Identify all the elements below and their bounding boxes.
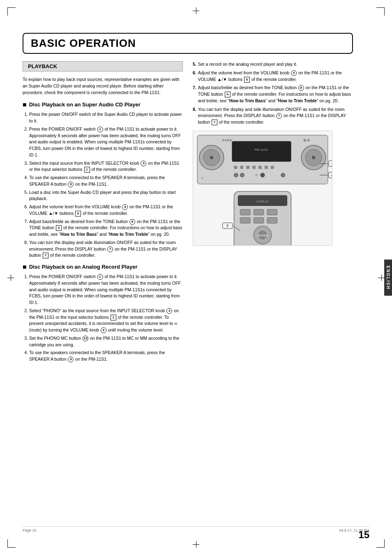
svg-point-19 (255, 174, 258, 176)
sacd-steps: Press the power ON/OFF switch of the Sup… (29, 111, 183, 259)
footer-left: Page 15 (23, 528, 37, 532)
sacd-step-4: To use the speakers connected to the SPE… (29, 175, 183, 188)
sacd-step-5: Load a disc into the Super Audio CD play… (29, 189, 183, 203)
sacd-bullet: ■ (23, 101, 27, 108)
left-column: PLAYBACK To explain how to play back inp… (23, 61, 183, 368)
analog-title: ■ Disc Playback on an Analog Record Play… (23, 264, 183, 270)
svg-point-4 (210, 156, 213, 159)
right-step-6: 6. Adjust the volume level from the VOLU… (193, 70, 353, 83)
right-step-8: 8. You can turn the display and side ill… (193, 106, 353, 126)
analog-step-2: Select "PHONO" as the input source from … (29, 308, 183, 334)
svg-text:7: 7 (226, 223, 229, 228)
svg-point-17 (234, 173, 238, 177)
svg-rect-36 (267, 209, 277, 215)
right-column: 5. Set a record on the analog record pla… (193, 61, 353, 368)
analog-step-1: Press the POWER ON/OFF switch 1 of the P… (29, 274, 183, 306)
step-text-7: Adjust bass/treble as desired from the T… (198, 85, 353, 104)
svg-point-7 (312, 156, 315, 159)
sacd-title-text: Disc Playback on an Super Audio CD Playe… (29, 101, 141, 108)
side-label: ENGLISH (384, 259, 392, 295)
step-num-8: 8. (193, 106, 196, 126)
page-title-box: BASIC OPERATION (23, 33, 353, 54)
step-num-7: 7. (193, 85, 196, 104)
right-step-5: 5. Set a record on the analog record pla… (193, 61, 353, 68)
svg-rect-39 (267, 217, 277, 223)
sacd-step-3: Select the input source from the INPUT S… (29, 160, 183, 173)
crosshair-bottom (193, 541, 199, 548)
svg-rect-15 (265, 166, 268, 169)
svg-rect-16 (271, 166, 274, 169)
sacd-step-8: You can turn the display and side illumi… (29, 240, 183, 259)
svg-rect-12 (246, 166, 249, 169)
svg-rect-38 (254, 217, 264, 223)
corner-mark-bl (7, 539, 16, 548)
svg-rect-34 (240, 209, 250, 215)
two-col-layout: PLAYBACK To explain how to play back inp… (23, 61, 353, 368)
svg-text:4: 4 (331, 173, 332, 177)
right-steps: 5. Set a record on the analog record pla… (193, 61, 353, 126)
step-text-8: You can turn the display and side illumi… (198, 106, 353, 126)
svg-text:③⑦⑧⑨: ③⑦⑧⑨ (222, 139, 232, 142)
intro-text: To explain how to play back input source… (23, 76, 183, 96)
analog-step-3: Set the PHONO MC button 13 on the PM-11S… (29, 335, 183, 348)
svg-point-18 (240, 173, 244, 177)
analog-step-4: To use the speakers connected to the SPE… (29, 350, 183, 363)
sacd-step-1: Press the power ON/OFF switch of the Sup… (29, 111, 183, 124)
corner-mark-tr (376, 7, 385, 16)
step-num-5: 5. (193, 61, 196, 68)
svg-text:PM-11S1: PM-11S1 (254, 147, 268, 151)
step-text-5: Set a record on the analog record player… (198, 61, 297, 68)
svg-rect-14 (258, 166, 262, 169)
step-text-6: Adjust the volume level from the VOLUME … (198, 70, 353, 83)
analog-title-text: Disc Playback on an Analog Record Player (29, 264, 138, 270)
page: ENGLISH BASIC OPERATION PLAYBACK To expl… (0, 0, 392, 555)
svg-text:①: ① (201, 177, 203, 180)
main-content: BASIC OPERATION PLAYBACK To explain how … (23, 33, 369, 368)
svg-rect-35 (254, 209, 264, 215)
svg-point-20 (261, 173, 265, 177)
amplifier-svg: marantz PM-11S1 (193, 131, 332, 246)
svg-text:1: 1 (331, 161, 332, 166)
svg-text:DISPLAY: DISPLAY (257, 200, 269, 203)
crosshair-top (193, 7, 199, 14)
playback-header: PLAYBACK (23, 61, 183, 71)
svg-text:⑬ ④: ⑬ ④ (303, 139, 310, 142)
svg-rect-11 (240, 166, 243, 169)
svg-point-21 (281, 173, 285, 177)
sacd-step-2: Press the POWER ON/OFF switch 1 of the P… (29, 126, 183, 159)
crosshair-right (378, 274, 385, 281)
svg-rect-37 (240, 217, 250, 223)
footer: Page 15 04.8.17, 11:36 PM (23, 526, 369, 532)
svg-text:ENTER: ENTER (257, 234, 268, 237)
svg-rect-13 (252, 166, 256, 169)
sacd-step-7: Adjust bass/treble as desired from the T… (29, 219, 183, 238)
analog-steps: Press the POWER ON/OFF switch 1 of the P… (29, 274, 183, 363)
amplifier-image-area: marantz PM-11S1 (193, 131, 353, 246)
crosshair-left (7, 274, 14, 281)
footer-right: 04.8.17, 11:36 PM (339, 528, 369, 532)
svg-rect-10 (234, 166, 238, 169)
step-num-6: 6. (193, 70, 196, 83)
corner-mark-tl (7, 7, 16, 16)
right-step-7: 7. Adjust bass/treble as desired from th… (193, 85, 353, 104)
page-title: BASIC OPERATION (31, 37, 345, 50)
corner-mark-br (376, 539, 385, 548)
analog-bullet: ■ (23, 264, 27, 270)
sacd-title: ■ Disc Playback on an Super Audio CD Pla… (23, 101, 183, 108)
sacd-step-6: Adjust the volume level from the VOLUME … (29, 204, 183, 217)
